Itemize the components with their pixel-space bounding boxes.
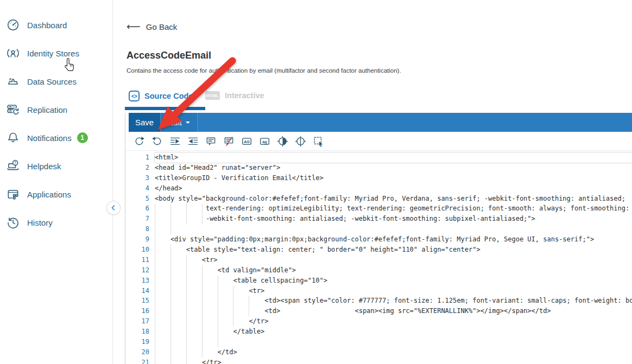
code-line-text[interactable]: </td>: [155, 347, 632, 357]
code-line-text[interactable]: [155, 337, 632, 347]
code-text: -webkit-font-smoothing: antialiased; -we…: [155, 215, 535, 222]
code-line[interactable]: 18</table>: [125, 327, 632, 337]
code-text: <title>GroupID - Verification Email</tit…: [155, 174, 324, 182]
code-line-text[interactable]: <tr>: [155, 255, 632, 265]
undo-button[interactable]: [151, 136, 163, 147]
line-number[interactable]: 18: [125, 327, 155, 337]
sidebar-collapse-button[interactable]: [106, 201, 121, 215]
code-line-text[interactable]: <td valign="middle">: [155, 265, 632, 276]
line-number[interactable]: 10: [125, 245, 155, 255]
code-line[interactable]: 20</td>: [125, 347, 632, 357]
code-line[interactable]: 21</tr>: [125, 357, 632, 364]
code-line-text[interactable]: <td><span style="color: #777777; font-si…: [155, 296, 632, 306]
line-number[interactable]: 8: [125, 224, 155, 234]
code-line-text[interactable]: </table>: [155, 327, 632, 337]
sidebar-item-replication[interactable]: Replication: [0, 95, 112, 124]
code-text: text-rendering: optimizeLegibility; text…: [155, 205, 629, 212]
indent-guide: [170, 296, 171, 306]
code-line[interactable]: 16<td> <span><img src="%EXTERNALLINK%"><…: [125, 306, 632, 316]
tab-source-code[interactable]: <> Source Code: [129, 91, 193, 101]
code-line-text[interactable]: </tr>: [155, 316, 632, 327]
sidebar-item-notifications[interactable]: Notifications1: [0, 124, 112, 152]
code-line-text[interactable]: <title>GroupID - Verification Email</tit…: [155, 173, 632, 183]
line-number[interactable]: 15: [125, 296, 155, 306]
code-line-text[interactable]: -webkit-font-smoothing: antialiased; -we…: [155, 214, 632, 224]
code-line[interactable]: 13<table cellspacing="10">: [125, 276, 632, 286]
remove-comment-button[interactable]: [223, 136, 235, 147]
invert-outline-button[interactable]: [295, 136, 306, 147]
sidebar-item-dashboard[interactable]: Dashboard: [0, 11, 112, 39]
line-number[interactable]: 13: [125, 276, 155, 286]
code-line-text[interactable]: text-rendering: optimizeLegibility; text…: [155, 203, 632, 214]
line-number[interactable]: 9: [125, 234, 155, 245]
code-line[interactable]: 6text-rendering: optimizeLegibility; tex…: [125, 203, 632, 214]
add-comment-button[interactable]: [205, 136, 217, 147]
code-line[interactable]: 12<td valign="middle">: [125, 265, 632, 276]
indent-guide: [233, 316, 233, 327]
code-line-text[interactable]: <body style="background-color:#efefef;fo…: [155, 194, 632, 204]
tab-interactive[interactable]: HTML Interactive: [205, 91, 264, 100]
line-number[interactable]: 12: [125, 265, 155, 276]
code-line[interactable]: 11<tr>: [125, 255, 632, 265]
line-number[interactable]: 14: [125, 286, 155, 296]
line-number[interactable]: 6: [125, 203, 155, 214]
code-line[interactable]: 4</head>: [125, 183, 632, 194]
indent-guide: [233, 296, 233, 306]
select-area-button[interactable]: [313, 136, 324, 147]
code-line[interactable]: 10<table style="text-align: center; " bo…: [125, 245, 632, 255]
edit-dropdown-button[interactable]: Edit: [161, 113, 198, 132]
code-line-text[interactable]: </head>: [155, 183, 632, 194]
code-line[interactable]: 14<tr>: [125, 286, 632, 296]
indent-guide: [155, 214, 155, 224]
line-number[interactable]: 2: [125, 163, 155, 173]
code-line-text[interactable]: <tr>: [155, 286, 632, 296]
code-line-text[interactable]: <table cellspacing="10">: [155, 276, 632, 286]
go-back-link[interactable]: ⟵ Go Back: [127, 22, 177, 31]
code-line-text[interactable]: <head id="Head2" runat="server">: [155, 163, 632, 173]
code-line[interactable]: 2<head id="Head2" runat="server">: [125, 163, 632, 173]
code-line[interactable]: 3<title>GroupID - Verification Email</ti…: [125, 173, 632, 183]
code-line[interactable]: 19: [125, 337, 632, 347]
applications-icon: [6, 187, 20, 201]
line-number[interactable]: 1: [125, 152, 155, 163]
sidebar-item-applications[interactable]: Applications: [0, 180, 112, 208]
code-line-text[interactable]: </tr>: [155, 357, 632, 364]
to-lowercase-icon: ag: [259, 136, 270, 147]
line-number[interactable]: 4: [125, 183, 155, 194]
line-number[interactable]: 17: [125, 316, 155, 327]
indent-guide: [155, 316, 155, 327]
indent-button[interactable]: [169, 136, 181, 147]
sidebar-item-identity-stores[interactable]: Identity Stores: [0, 39, 112, 67]
code-line[interactable]: 17</tr>: [125, 316, 632, 327]
sidebar-item-history[interactable]: History: [0, 208, 112, 237]
code-area[interactable]: 1<html>2<head id="Head2" runat="server">…: [125, 150, 632, 364]
line-number[interactable]: 3: [125, 173, 155, 183]
code-line[interactable]: 15<td><span style="color: #777777; font-…: [125, 296, 632, 306]
code-line-text[interactable]: <table style="text-align: center; " bord…: [155, 245, 632, 255]
to-uppercase-button[interactable]: AG: [241, 136, 252, 147]
invert-filled-button[interactable]: [277, 136, 288, 147]
code-line-text[interactable]: <div style="padding:0px;margin:0px;backg…: [155, 234, 632, 245]
code-line[interactable]: 5<body style="background-color:#efefef;f…: [125, 194, 632, 204]
line-number[interactable]: 21: [125, 357, 155, 364]
redo-button[interactable]: [134, 136, 145, 147]
line-number[interactable]: 19: [125, 337, 155, 347]
code-line[interactable]: 8: [125, 224, 632, 234]
code-line-text[interactable]: [155, 224, 632, 234]
indent-guide: [155, 286, 155, 296]
line-number[interactable]: 7: [125, 214, 155, 224]
to-lowercase-button[interactable]: ag: [259, 136, 270, 147]
save-button[interactable]: Save: [129, 113, 161, 132]
sidebar-item-data-sources[interactable]: Data Sources: [0, 67, 112, 95]
line-number[interactable]: 11: [125, 255, 155, 265]
sidebar-item-helpdesk[interactable]: ?Helpdesk: [0, 152, 112, 180]
line-number[interactable]: 5: [125, 194, 155, 204]
code-line-text[interactable]: <td> <span><img src="%EXTERNALLINK%"></i…: [155, 306, 632, 316]
code-line[interactable]: 7-webkit-font-smoothing: antialiased; -w…: [125, 214, 632, 224]
code-line[interactable]: 9<div style="padding:0px;margin:0px;back…: [125, 234, 632, 245]
code-line-text[interactable]: <html>: [155, 152, 632, 163]
outdent-button[interactable]: [187, 136, 199, 147]
code-line[interactable]: 1<html>: [125, 152, 632, 163]
line-number[interactable]: 16: [125, 306, 155, 316]
line-number[interactable]: 20: [125, 347, 155, 357]
